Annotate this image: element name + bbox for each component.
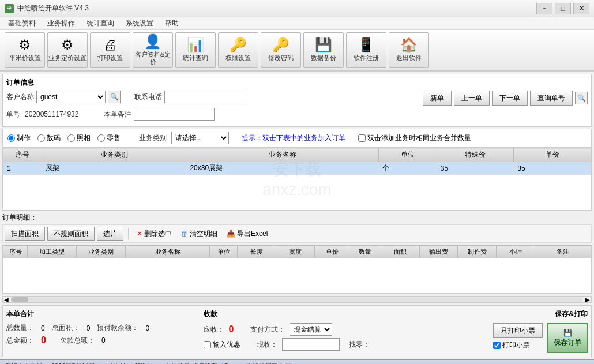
- print-small-label: 打印小票: [502, 340, 530, 350]
- payment-method-label: 支付方式：: [250, 325, 285, 335]
- stat-query-button[interactable]: 📊 统计查询: [175, 32, 216, 68]
- print-settings-label: 打印设置: [97, 54, 123, 62]
- prev-order-button[interactable]: 上一单: [454, 91, 490, 106]
- phone-input[interactable]: [164, 91, 245, 103]
- title-controls: － □ ✕: [536, 3, 589, 14]
- app-icon: 中: [5, 4, 14, 13]
- menu-stats[interactable]: 统计查询: [81, 17, 120, 29]
- change-pwd-button[interactable]: 🔑 修改密码: [261, 32, 301, 68]
- order-no-value: 20200511174932: [25, 110, 78, 118]
- radio-digital[interactable]: 数码: [37, 133, 61, 143]
- service-table-section: 安下载 anxz.com 序号 业务类别 业务名称 单位 特殊价 单价 1 展架…: [2, 147, 592, 211]
- customer-price-label: 客户资料&定价: [133, 51, 172, 66]
- status-operator: 操作员： 管理员: [107, 362, 153, 364]
- radio-make[interactable]: 制作: [7, 133, 31, 143]
- maximize-button[interactable]: □: [555, 3, 571, 14]
- biz-type-label: 业务类别: [139, 133, 167, 143]
- customer-price-icon: 👤: [144, 35, 161, 48]
- detail-table-wrapper: 序号 加工类型 业务类别 业务名称 单位 长度 宽度 单价 数量 面积 输出费 …: [2, 245, 592, 294]
- toolbar: ⚙ 平米价设置 ⚙ 业务定价设置 🖨 打印设置 👤 客户资料&定价 📊 统计查询…: [0, 30, 594, 72]
- clear-detail-button[interactable]: 🗑 清空明细: [178, 228, 221, 240]
- dcol-area: 面积: [381, 246, 420, 258]
- col-special-price: 特殊价: [437, 148, 514, 162]
- cell-name: 20x30展架: [186, 162, 379, 175]
- table-row[interactable]: 1 展架 20x30展架 个 35 35: [3, 162, 591, 175]
- total-area-label: 总面积：: [52, 323, 80, 333]
- print-small-ticket-button[interactable]: 只打印小票: [493, 323, 543, 338]
- scroll-right-button[interactable]: ▶: [584, 297, 591, 303]
- dcol-qty: 数量: [349, 246, 381, 258]
- menu-help[interactable]: 帮助: [159, 17, 185, 29]
- menu-bar: 基础资料 业务操作 统计查询 系统设置 帮助: [0, 17, 594, 30]
- remark-label: 本单备注: [104, 110, 131, 119]
- detail-section: 订单明细： 扫描面积 不规则面积 选片 ✕ 删除选中 🗑 清空明细 📥 导出Ex…: [2, 213, 592, 294]
- order-info-section: 订单信息 客户名称 guest 🔍 联系电话 单号 20200511174932…: [2, 74, 592, 127]
- customer-search-button[interactable]: 🔍: [108, 91, 121, 103]
- operator-label: 操作员：: [107, 362, 132, 364]
- menu-settings[interactable]: 系统设置: [120, 17, 159, 29]
- remark-input[interactable]: [134, 108, 215, 121]
- minimize-button[interactable]: －: [536, 3, 552, 14]
- export-excel-button[interactable]: 📥 导出Excel: [223, 228, 271, 240]
- dcol-width: 宽度: [276, 246, 315, 258]
- radio-retail[interactable]: 零售: [97, 133, 121, 143]
- merge-label: 双击添加业务时相同业务合并数量: [367, 133, 471, 143]
- biz-price-icon: ⚙: [61, 38, 74, 52]
- total-amount-label: 总金额：: [6, 336, 34, 346]
- biz-price-button[interactable]: ⚙ 业务定价设置: [47, 32, 88, 68]
- change-label: 找零：: [349, 340, 370, 350]
- date-value: 2020年5月11日: [51, 362, 95, 364]
- menu-basics[interactable]: 基础资料: [2, 17, 42, 29]
- dcol-category: 业务类别: [77, 246, 126, 258]
- title-bar: 中 中绘喷绘开单软件 V4.3 － □ ✕: [0, 0, 594, 17]
- radio-photo[interactable]: 照相: [67, 133, 91, 143]
- total-amount-value: 0: [41, 335, 46, 346]
- actual-input[interactable]: [282, 338, 340, 351]
- horizontal-scrollbar[interactable]: ◀ ▶: [2, 296, 592, 303]
- data-backup-button[interactable]: 💾 数据备份: [303, 32, 344, 68]
- prepay-value: 0: [145, 324, 149, 332]
- col-name: 业务名称: [186, 148, 379, 162]
- payment-method-select[interactable]: 现金结算 微信 支付宝 银行转账: [290, 323, 332, 336]
- order-info-header: 订单信息: [6, 78, 588, 88]
- dcol-price: 单价: [314, 246, 349, 258]
- irregular-button[interactable]: 不规则面积: [47, 227, 95, 241]
- dcol-unit: 单位: [209, 246, 238, 258]
- exit-button[interactable]: 🏠 退出软件: [389, 32, 429, 68]
- print-small-checkbox[interactable]: 打印小票: [493, 340, 543, 350]
- col-seq: 序号: [3, 148, 42, 162]
- biz-type-select[interactable]: 请选择...: [171, 132, 229, 144]
- delete-selected-button[interactable]: ✕ 删除选中: [133, 228, 175, 240]
- dcol-subtotal: 小计: [497, 246, 535, 258]
- bottom-bar: 本单合计 总数量： 0 总面积： 0 预付款余额： 0 总金额： 0 欠款总额：…: [2, 305, 592, 357]
- scroll-left-button[interactable]: ◀: [3, 297, 10, 303]
- biz-price-label: 业务定价设置: [48, 54, 87, 62]
- separator: [128, 228, 129, 239]
- scroll-thumb[interactable]: [11, 297, 28, 302]
- status-copyright: 中绘软件 版权所有（C）: [165, 362, 235, 364]
- sqft-price-button[interactable]: ⚙ 平米价设置: [5, 32, 45, 68]
- customer-price-button[interactable]: 👤 客户资料&定价: [133, 32, 173, 68]
- next-order-button[interactable]: 下一单: [492, 91, 528, 106]
- reg-button[interactable]: 📱 软件注册: [346, 32, 386, 68]
- stat-query-label: 统计查询: [183, 54, 208, 62]
- customer-select[interactable]: guest: [36, 91, 106, 103]
- receivable-value: 0: [229, 324, 234, 335]
- app-title: 中绘喷绘开单软件 V4.3: [17, 3, 89, 13]
- status-date: 您好！今天是： 2020年5月11日: [5, 362, 95, 364]
- discount-checkbox[interactable]: 输入优惠: [204, 340, 240, 350]
- radio-group-row: 制作 数码 照相 零售 业务类别 请选择... 提示：双击下表中的业务加入订单 …: [2, 129, 592, 147]
- order-search-button[interactable]: 🔍: [575, 92, 588, 104]
- query-order-button[interactable]: 查询单号: [530, 91, 573, 106]
- select-material-button[interactable]: 选片: [97, 227, 123, 241]
- close-button[interactable]: ✕: [573, 3, 589, 14]
- dcol-seq: 序号: [3, 246, 28, 258]
- scan-area-button[interactable]: 扫描面积: [5, 227, 45, 241]
- save-order-button[interactable]: 💾 保存订单: [547, 323, 588, 353]
- detail-table: 序号 加工类型 业务类别 业务名称 单位 长度 宽度 单价 数量 面积 输出费 …: [3, 245, 591, 258]
- permission-button[interactable]: 🔑 权限设置: [218, 32, 258, 68]
- print-settings-button[interactable]: 🖨 打印设置: [90, 32, 130, 68]
- new-order-button[interactable]: 新单: [423, 91, 452, 106]
- menu-operations[interactable]: 业务操作: [42, 17, 81, 29]
- merge-checkbox[interactable]: 双击添加业务时相同业务合并数量: [358, 133, 471, 143]
